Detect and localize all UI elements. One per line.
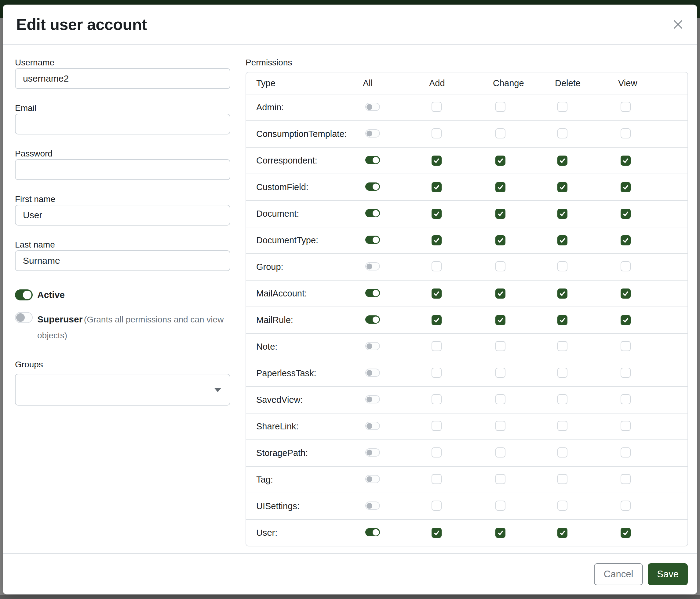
groups-select[interactable] <box>15 374 230 406</box>
perm-view-checkbox[interactable] <box>621 421 631 431</box>
perm-change-checkbox[interactable] <box>495 261 505 271</box>
permission-row: PaperlessTask: <box>246 360 688 386</box>
perm-change-checkbox[interactable] <box>495 474 505 484</box>
perm-all-toggle[interactable] <box>365 209 380 217</box>
perm-view-checkbox[interactable] <box>621 528 631 538</box>
perm-view-checkbox[interactable] <box>621 474 631 484</box>
perm-view-checkbox[interactable] <box>621 261 631 271</box>
perm-view-checkbox[interactable] <box>621 209 631 219</box>
perm-add-checkbox[interactable] <box>431 394 442 404</box>
perm-add-checkbox[interactable] <box>431 421 442 431</box>
perm-delete-checkbox[interactable] <box>557 421 568 431</box>
username-input[interactable] <box>15 68 230 89</box>
perm-add-checkbox[interactable] <box>431 341 442 351</box>
perm-add-checkbox[interactable] <box>431 315 442 325</box>
perm-all-toggle[interactable] <box>365 475 380 483</box>
perm-add-checkbox[interactable] <box>431 155 442 166</box>
perm-change-checkbox[interactable] <box>495 235 505 245</box>
superuser-toggle[interactable] <box>15 312 33 323</box>
perm-change-checkbox[interactable] <box>495 368 505 378</box>
active-toggle[interactable] <box>15 289 33 301</box>
perm-change-checkbox[interactable] <box>495 315 505 325</box>
perm-change-checkbox[interactable] <box>495 209 505 219</box>
perm-add-checkbox[interactable] <box>431 448 442 457</box>
perm-all-toggle[interactable] <box>365 502 380 510</box>
perm-view-checkbox[interactable] <box>621 288 631 298</box>
perm-delete-checkbox[interactable] <box>557 261 568 271</box>
perm-all-toggle[interactable] <box>365 448 380 457</box>
close-button[interactable] <box>671 18 685 31</box>
perm-all-toggle[interactable] <box>365 262 380 270</box>
perm-all-toggle[interactable] <box>365 368 380 377</box>
first-name-field[interactable] <box>15 205 230 225</box>
perm-view-checkbox[interactable] <box>621 235 631 245</box>
perm-change-checkbox[interactable] <box>495 501 505 511</box>
perm-delete-checkbox[interactable] <box>557 528 568 538</box>
perm-delete-checkbox[interactable] <box>557 501 568 511</box>
perm-delete-checkbox[interactable] <box>557 288 568 298</box>
perm-view-checkbox[interactable] <box>621 315 631 325</box>
perm-change-checkbox[interactable] <box>495 128 505 139</box>
perm-all-toggle[interactable] <box>365 395 380 403</box>
perm-delete-checkbox[interactable] <box>557 102 568 112</box>
perm-delete-checkbox[interactable] <box>557 128 568 139</box>
perm-delete-checkbox[interactable] <box>557 209 568 219</box>
perm-add-checkbox[interactable] <box>431 235 442 245</box>
perm-delete-checkbox[interactable] <box>557 235 568 245</box>
perm-view-checkbox[interactable] <box>621 128 631 139</box>
perm-delete-checkbox[interactable] <box>557 155 568 166</box>
permission-row: User: <box>246 519 688 546</box>
perm-add-checkbox[interactable] <box>431 261 442 271</box>
perm-view-checkbox[interactable] <box>621 102 631 112</box>
col-header-delete: Delete <box>555 78 621 88</box>
perm-all-toggle[interactable] <box>365 129 380 138</box>
save-button[interactable]: Save <box>648 563 688 585</box>
perm-change-checkbox[interactable] <box>495 341 505 351</box>
perm-all-toggle[interactable] <box>365 528 380 536</box>
perm-all-toggle[interactable] <box>365 315 380 324</box>
perm-view-checkbox[interactable] <box>621 341 631 351</box>
perm-add-checkbox[interactable] <box>431 209 442 219</box>
perm-all-toggle[interactable] <box>365 289 380 297</box>
perm-all-toggle[interactable] <box>365 342 380 350</box>
perm-add-checkbox[interactable] <box>431 102 442 112</box>
perm-add-checkbox[interactable] <box>431 474 442 484</box>
perm-delete-checkbox[interactable] <box>557 315 568 325</box>
perm-delete-checkbox[interactable] <box>557 341 568 351</box>
perm-all-toggle[interactable] <box>365 103 380 111</box>
password-field[interactable] <box>15 159 230 180</box>
perm-change-checkbox[interactable] <box>495 182 505 192</box>
perm-view-checkbox[interactable] <box>621 368 631 378</box>
perm-all-toggle[interactable] <box>365 183 380 191</box>
perm-change-checkbox[interactable] <box>495 528 505 538</box>
perm-delete-checkbox[interactable] <box>557 474 568 484</box>
perm-change-checkbox[interactable] <box>495 102 505 112</box>
perm-add-checkbox[interactable] <box>431 368 442 378</box>
perm-view-checkbox[interactable] <box>621 501 631 511</box>
cancel-button[interactable]: Cancel <box>594 563 643 585</box>
perm-view-checkbox[interactable] <box>621 155 631 166</box>
perm-view-checkbox[interactable] <box>621 448 631 457</box>
toggle-knob <box>367 450 372 455</box>
perm-change-checkbox[interactable] <box>495 155 505 166</box>
perm-delete-checkbox[interactable] <box>557 368 568 378</box>
perm-delete-checkbox[interactable] <box>557 182 568 192</box>
last-name-field[interactable] <box>15 250 230 271</box>
perm-delete-checkbox[interactable] <box>557 448 568 457</box>
perm-view-checkbox[interactable] <box>621 182 631 192</box>
perm-change-checkbox[interactable] <box>495 394 505 404</box>
perm-add-checkbox[interactable] <box>431 128 442 139</box>
perm-add-checkbox[interactable] <box>431 288 442 298</box>
perm-add-checkbox[interactable] <box>431 501 442 511</box>
perm-all-toggle[interactable] <box>365 236 380 244</box>
perm-all-toggle[interactable] <box>365 156 380 164</box>
perm-all-toggle[interactable] <box>365 422 380 430</box>
perm-delete-checkbox[interactable] <box>557 394 568 404</box>
perm-view-checkbox[interactable] <box>621 394 631 404</box>
perm-change-checkbox[interactable] <box>495 288 505 298</box>
perm-add-checkbox[interactable] <box>431 528 442 538</box>
perm-change-checkbox[interactable] <box>495 421 505 431</box>
email-field[interactable] <box>15 114 230 135</box>
perm-add-checkbox[interactable] <box>431 182 442 192</box>
perm-change-checkbox[interactable] <box>495 448 505 457</box>
